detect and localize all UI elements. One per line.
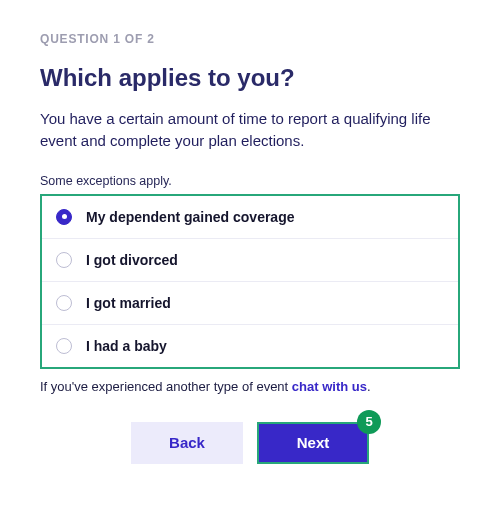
back-button[interactable]: Back	[131, 422, 243, 464]
radio-icon	[56, 252, 72, 268]
radio-icon	[56, 338, 72, 354]
option-label: I got married	[86, 295, 171, 311]
option-label: My dependent gained coverage	[86, 209, 295, 225]
option-label: I got divorced	[86, 252, 178, 268]
footnote-prefix: If you've experienced another type of ev…	[40, 379, 292, 394]
next-button[interactable]: Next	[257, 422, 369, 464]
options-list: My dependent gained coverage I got divor…	[40, 194, 460, 369]
next-button-wrap: Next 5	[257, 422, 369, 464]
option-got-married[interactable]: I got married	[42, 282, 458, 325]
chat-with-us-link[interactable]: chat with us	[292, 379, 367, 394]
option-label: I had a baby	[86, 338, 167, 354]
footnote-suffix: .	[367, 379, 371, 394]
option-had-a-baby[interactable]: I had a baby	[42, 325, 458, 367]
page-description: You have a certain amount of time to rep…	[40, 108, 460, 152]
option-dependent-gained-coverage[interactable]: My dependent gained coverage	[42, 196, 458, 239]
radio-icon	[56, 209, 72, 225]
option-got-divorced[interactable]: I got divorced	[42, 239, 458, 282]
step-indicator: QUESTION 1 OF 2	[40, 32, 460, 46]
exceptions-hint: Some exceptions apply.	[40, 174, 460, 188]
footnote: If you've experienced another type of ev…	[40, 379, 460, 394]
page-heading: Which applies to you?	[40, 64, 460, 92]
button-row: Back Next 5	[40, 422, 460, 464]
step-badge: 5	[357, 410, 381, 434]
radio-icon	[56, 295, 72, 311]
